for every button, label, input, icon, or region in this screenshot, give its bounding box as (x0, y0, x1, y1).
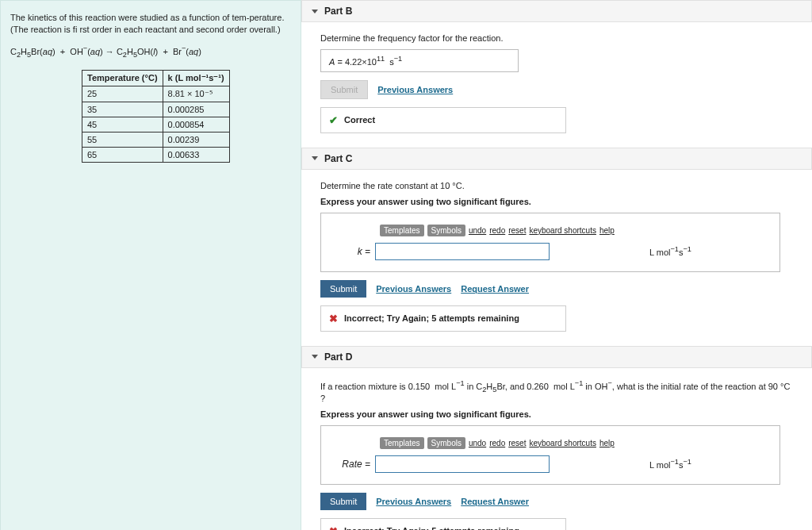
feedback-incorrect-c: ✖ Incorrect; Try Again; 5 attempts remai… (320, 305, 566, 332)
answer-editor-d: Templates Symbols undo redo reset keyboa… (320, 425, 780, 485)
reaction-equation: C2H5Br(aq) + OH−(aq) → C2H5OH(l) + Br−(a… (10, 44, 291, 59)
answer-editor-c: Templates Symbols undo redo reset keyboa… (320, 213, 780, 272)
submit-button-b: Submit (320, 80, 368, 99)
unit-c: L mol−1s−1 (649, 245, 691, 257)
feedback-text-d: Incorrect; Try Again; 5 attempts remaini… (344, 526, 519, 530)
part-d-label: Part D (324, 351, 352, 363)
feedback-text-c: Incorrect; Try Again; 5 attempts remaini… (344, 313, 519, 323)
answer-input-c[interactable] (375, 243, 550, 260)
prev-answers-link-b[interactable]: Previous Answers (377, 85, 453, 94)
help-link[interactable]: help (599, 439, 615, 447)
part-c-content: Determine the rate constant at 10 °C. Ex… (301, 173, 812, 346)
symbols-button[interactable]: Symbols (427, 437, 465, 449)
redo-button[interactable]: redo (489, 226, 505, 235)
x-icon: ✖ (329, 313, 338, 325)
table-row: 450.000854 (82, 117, 230, 132)
undo-button[interactable]: undo (469, 439, 486, 447)
table-row: 550.00239 (82, 132, 230, 147)
part-d-content: If a reaction mixture is 0.150 mol L−1 i… (301, 371, 812, 530)
feedback-text-b: Correct (344, 115, 375, 125)
var-label-rate: Rate = (335, 459, 370, 470)
submit-button-d[interactable]: Submit (320, 493, 366, 510)
keyboard-shortcuts-link[interactable]: keyboard shortcuts (529, 226, 596, 235)
part-b-answer: A = 4.22×1011 s−1 (320, 49, 519, 72)
caret-down-icon (312, 156, 318, 160)
check-icon: ✔ (329, 114, 338, 126)
table-header-temp: Temperature (°C) (82, 70, 163, 86)
table-header-row: Temperature (°C) k (L mol⁻¹s⁻¹) (82, 70, 230, 86)
editor-toolbar-d: Templates Symbols undo redo reset keyboa… (380, 437, 765, 449)
editor-toolbar: Templates Symbols undo redo reset keyboa… (380, 225, 765, 236)
help-link[interactable]: help (599, 226, 615, 235)
prev-answers-link-d[interactable]: Previous Answers (376, 497, 451, 506)
problem-intro: The kinetics of this reaction were studi… (10, 12, 291, 36)
unit-d: L mol−1s−1 (649, 458, 691, 470)
reset-button[interactable]: reset (508, 439, 526, 447)
part-d-header[interactable]: Part D (301, 346, 812, 368)
symbols-button[interactable]: Symbols (427, 225, 465, 236)
request-answer-link-d[interactable]: Request Answer (461, 497, 529, 506)
table-header-k: k (L mol⁻¹s⁻¹) (163, 70, 229, 86)
table-row: 650.00633 (82, 147, 230, 162)
templates-button[interactable]: Templates (380, 437, 424, 449)
caret-down-icon (312, 10, 318, 13)
answer-input-d[interactable] (375, 455, 550, 473)
feedback-incorrect-d: ✖ Incorrect; Try Again; 5 attempts remai… (320, 518, 566, 531)
part-d-question: If a reaction mixture is 0.150 mol L−1 i… (320, 379, 793, 403)
part-c-label: Part C (324, 153, 352, 164)
part-c-header[interactable]: Part C (301, 148, 812, 170)
reset-button[interactable]: reset (508, 226, 526, 235)
part-b-label: Part B (324, 6, 352, 17)
x-icon: ✖ (329, 525, 338, 531)
part-b-content: Determine the frequency factor for the r… (301, 25, 812, 148)
prev-answers-link-c[interactable]: Previous Answers (376, 284, 451, 294)
part-b-question: Determine the frequency factor for the r… (320, 33, 793, 43)
keyboard-shortcuts-link[interactable]: keyboard shortcuts (529, 439, 596, 447)
templates-button[interactable]: Templates (380, 225, 424, 236)
submit-button-c[interactable]: Submit (320, 280, 366, 298)
kinetics-table: Temperature (°C) k (L mol⁻¹s⁻¹) 258.81 ×… (82, 70, 230, 163)
part-c-instruct: Express your answer using two significan… (320, 197, 793, 206)
part-b-header[interactable]: Part B (301, 0, 812, 22)
feedback-correct: ✔ Correct (320, 107, 566, 133)
var-label-k: k = (335, 246, 370, 257)
table-row: 350.000285 (82, 102, 230, 117)
problem-panel: The kinetics of this reaction were studi… (0, 0, 301, 530)
answer-panel: Part B Determine the frequency factor fo… (301, 0, 812, 530)
table-row: 258.81 × 10⁻⁵ (82, 86, 230, 102)
part-d-instruct: Express your answer using two significan… (320, 409, 793, 419)
request-answer-link-c[interactable]: Request Answer (461, 284, 529, 294)
undo-button[interactable]: undo (469, 226, 486, 235)
redo-button[interactable]: redo (489, 439, 505, 447)
part-c-question: Determine the rate constant at 10 °C. (320, 181, 793, 190)
caret-down-icon (312, 355, 318, 359)
